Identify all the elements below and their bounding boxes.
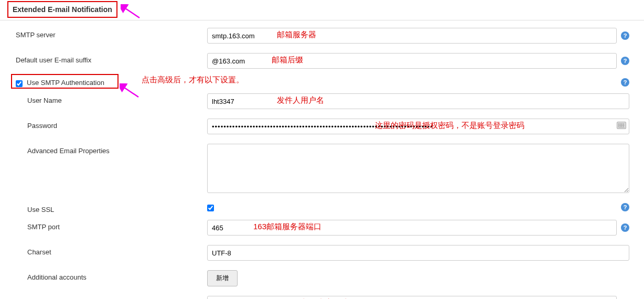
help-icon[interactable]: ? (621, 223, 629, 232)
adv-props-textarea[interactable] (207, 144, 629, 193)
label-adv-props: Advanced Email Properties (16, 144, 207, 155)
default-suffix-input[interactable] (207, 53, 617, 69)
row-charset: Charset (0, 243, 644, 268)
label-charset: Charset (16, 245, 207, 256)
label-additional-accounts: Additional accounts (16, 270, 207, 281)
help-icon[interactable]: ? (621, 78, 629, 87)
row-use-smtp-auth: Use SMTP Authentication ? 点击高级后，才有以下设置。 (0, 76, 644, 91)
row-adv-props: Advanced Email Properties (0, 142, 644, 200)
row-user-name: User Name 发件人用户名 (0, 91, 644, 116)
add-account-button[interactable]: 新增 (207, 270, 238, 286)
default-content-type-select[interactable]: HTML (text/html) (207, 296, 617, 299)
label-smtp-port: SMTP port (16, 220, 207, 231)
use-smtp-auth-checkbox[interactable] (16, 80, 23, 87)
user-name-input[interactable] (207, 93, 629, 109)
help-icon[interactable]: ? (621, 57, 629, 65)
row-use-ssl: Use SSL ? (0, 200, 644, 218)
label-password: Password (16, 119, 207, 130)
row-default-suffix: Default user E-mail suffix ? 邮箱后缀 (0, 51, 644, 76)
keyboard-icon[interactable] (617, 122, 626, 129)
row-password: Password 这里的密码是授权密码，不是账号登录密码 (0, 116, 644, 142)
label-default-suffix: Default user E-mail suffix (16, 53, 207, 64)
help-icon[interactable]: ? (621, 31, 629, 40)
svg-line-0 (124, 7, 139, 18)
section-title: Extended E-mail Notification (7, 1, 117, 18)
label-use-ssl: Use SSL (16, 202, 207, 213)
label-smtp-server: SMTP server (16, 28, 207, 39)
row-smtp-server: SMTP server ? 邮箱服务器 (0, 26, 644, 51)
row-default-content-type: Default Content Type HTML (text/html) ? … (0, 294, 644, 299)
smtp-server-input[interactable] (207, 28, 617, 44)
row-smtp-port: SMTP port ? 163邮箱服务器端口 (0, 218, 644, 243)
smtp-port-input[interactable] (207, 220, 617, 236)
label-user-name: User Name (16, 93, 207, 104)
annotation-arrow-1 (121, 4, 142, 20)
use-ssl-checkbox[interactable] (207, 205, 214, 211)
row-additional-accounts: Additional accounts 新增 (0, 268, 644, 294)
charset-input[interactable] (207, 245, 629, 261)
label-use-smtp-auth: Use SMTP Authentication (27, 79, 104, 87)
label-default-content-type: Default Content Type (16, 296, 207, 299)
help-icon[interactable]: ? (621, 203, 629, 211)
password-input[interactable] (207, 119, 629, 134)
